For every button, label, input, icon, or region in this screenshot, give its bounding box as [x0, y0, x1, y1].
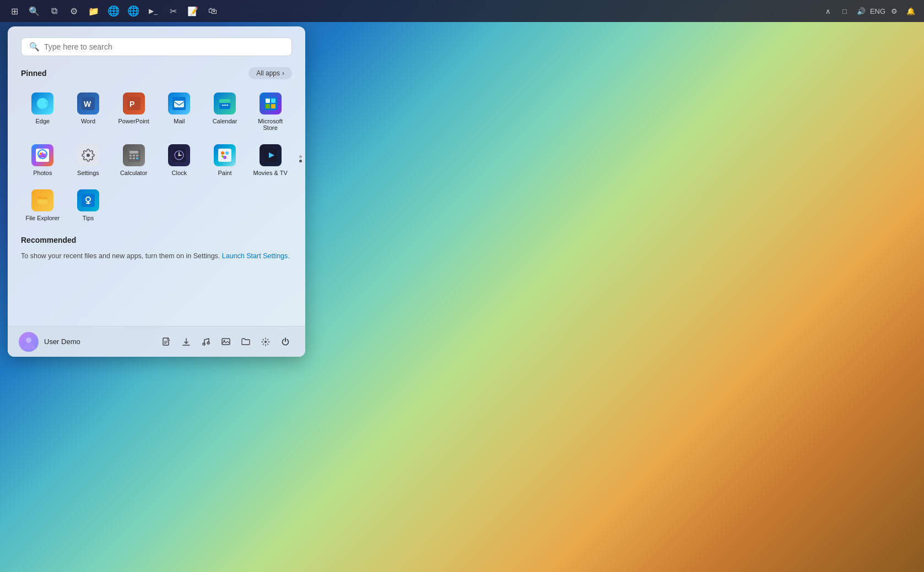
- svg-point-46: [26, 337, 31, 343]
- search-bar-icon: 🔍: [29, 42, 40, 52]
- clock-label: Clock: [172, 170, 187, 176]
- settings-icon: [77, 144, 99, 166]
- app-photos[interactable]: Photos: [21, 139, 64, 182]
- app-paint[interactable]: Paint: [203, 139, 247, 182]
- user-settings-button[interactable]: [257, 333, 274, 351]
- calculator-icon: [123, 144, 145, 166]
- svg-rect-23: [129, 155, 132, 156]
- edge-label: Edge: [35, 118, 50, 124]
- taskbar-left: ⊞ 🔍 ⧉ ⚙ 📁 🌐 🌐 ▶_ ✂ 📝 🛍: [7, 3, 220, 19]
- movies-icon: [260, 144, 282, 166]
- user-name: User Demo: [44, 337, 80, 346]
- svg-point-33: [179, 155, 180, 156]
- user-profile[interactable]: User Demo: [19, 332, 80, 352]
- pinned-header: Pinned All apps ›: [21, 67, 292, 79]
- svg-point-36: [225, 151, 229, 155]
- app-mail[interactable]: Mail: [158, 87, 201, 137]
- power-button[interactable]: [277, 333, 294, 351]
- downloads-button[interactable]: [177, 333, 195, 351]
- taskbar: ⊞ 🔍 ⧉ ⚙ 📁 🌐 🌐 ▶_ ✂ 📝 🛍 ∧ □ 🔊 ENG ⚙ 🔔: [0, 0, 924, 22]
- msstore-icon: [260, 92, 282, 115]
- paint-icon: [214, 144, 236, 166]
- svg-rect-41: [82, 194, 95, 207]
- launch-settings-link[interactable]: Launch Start Settings.: [222, 252, 290, 260]
- svg-rect-34: [218, 149, 231, 162]
- svg-point-54: [207, 342, 209, 344]
- mail-icon: [168, 92, 190, 115]
- taskbar-notification[interactable]: 🔔: [904, 4, 917, 18]
- all-apps-button[interactable]: All apps ›: [248, 67, 292, 79]
- taskbar-notepad[interactable]: 📝: [185, 3, 201, 19]
- user-actions-bar: [158, 333, 294, 351]
- word-label: Word: [81, 118, 95, 124]
- start-menu: 🔍 Pinned All apps › Edge: [8, 26, 305, 357]
- app-edge[interactable]: Edge: [21, 87, 64, 137]
- taskbar-settings2[interactable]: ⚙: [888, 4, 901, 18]
- recommended-section: Recommended To show your recent files an…: [21, 236, 292, 260]
- taskbar-settings[interactable]: ⚙: [66, 3, 82, 19]
- taskbar-search[interactable]: 🔍: [26, 3, 42, 19]
- taskbar-volume[interactable]: 🔊: [855, 4, 868, 18]
- svg-rect-25: [136, 155, 138, 156]
- edge-icon: [31, 92, 53, 115]
- svg-text:W: W: [84, 100, 91, 108]
- folders-button[interactable]: [237, 333, 255, 351]
- svg-rect-55: [222, 339, 230, 345]
- svg-rect-5: [174, 101, 184, 107]
- settings-label: Settings: [77, 170, 99, 176]
- documents-button[interactable]: [158, 333, 175, 351]
- svg-point-19: [40, 152, 42, 155]
- powerpoint-label: PowerPoint: [118, 118, 149, 124]
- app-word[interactable]: W Word: [67, 87, 110, 137]
- file-explorer-label: File Explorer: [25, 215, 60, 221]
- app-powerpoint[interactable]: P PowerPoint: [112, 87, 155, 137]
- app-calculator[interactable]: Calculator: [112, 139, 155, 182]
- svg-rect-14: [271, 99, 275, 103]
- search-bar[interactable]: 🔍: [21, 37, 292, 56]
- taskbar-terminal[interactable]: ▶_: [145, 3, 161, 19]
- app-calendar[interactable]: Calendar: [203, 87, 247, 137]
- svg-rect-27: [133, 157, 135, 159]
- taskbar-overflow[interactable]: ∧: [822, 4, 835, 18]
- search-input[interactable]: [44, 42, 284, 51]
- app-msstore[interactable]: Microsoft Store: [248, 87, 292, 137]
- app-file-explorer[interactable]: File Explorer: [21, 184, 64, 227]
- calculator-label: Calculator: [120, 170, 148, 176]
- taskbar-right: ∧ □ 🔊 ENG ⚙ 🔔: [822, 4, 917, 18]
- taskbar-snip[interactable]: ✂: [165, 3, 181, 19]
- paint-label: Paint: [218, 170, 231, 176]
- powerpoint-icon: P: [123, 92, 145, 115]
- chevron-right-icon: ›: [282, 69, 284, 77]
- calendar-label: Calendar: [213, 118, 237, 124]
- svg-rect-11: [226, 105, 228, 106]
- msstore-label: Microsoft Store: [252, 118, 289, 131]
- svg-point-38: [221, 155, 224, 157]
- recommended-title: Recommended: [21, 236, 76, 244]
- word-icon: W: [77, 92, 99, 115]
- app-tips[interactable]: Tips: [67, 184, 110, 227]
- taskbar-edge[interactable]: 🌐: [106, 3, 121, 19]
- taskbar-task-view[interactable]: ⧉: [46, 3, 62, 19]
- pictures-button[interactable]: [217, 333, 235, 351]
- pinned-apps-grid: Edge W Word P PowerPoint: [21, 87, 292, 227]
- app-clock[interactable]: Clock: [158, 139, 201, 182]
- svg-text:P: P: [129, 100, 134, 108]
- svg-point-20: [87, 154, 90, 157]
- app-movies[interactable]: Movies & TV: [248, 139, 292, 182]
- movies-label: Movies & TV: [253, 170, 288, 176]
- app-settings[interactable]: Settings: [67, 139, 110, 182]
- windows-start-button[interactable]: ⊞: [7, 3, 22, 19]
- clock-icon: [168, 144, 190, 166]
- taskbar-file-explorer[interactable]: 📁: [86, 3, 101, 19]
- svg-rect-10: [224, 105, 226, 106]
- taskbar-edge-dev[interactable]: 🌐: [126, 3, 141, 19]
- music-button[interactable]: [197, 333, 215, 351]
- svg-point-45: [22, 343, 35, 350]
- svg-rect-26: [129, 157, 132, 159]
- taskbar-store[interactable]: 🛍: [205, 3, 220, 19]
- taskbar-language[interactable]: ENG: [871, 4, 884, 18]
- svg-point-53: [203, 343, 205, 345]
- svg-rect-24: [133, 155, 135, 156]
- svg-point-35: [221, 151, 224, 155]
- taskbar-display[interactable]: □: [838, 4, 851, 18]
